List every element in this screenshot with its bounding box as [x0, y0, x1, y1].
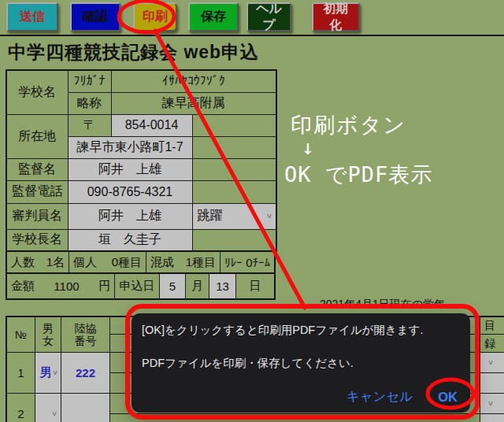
chevron-down-icon: ∨ [52, 368, 58, 376]
furigana-field[interactable]: ｲｻﾊﾔｺｳﾌｿﾞｸ [111, 70, 276, 92]
chevron-down-icon: ∨ [266, 212, 272, 220]
headcount-label: 人数 [11, 255, 35, 270]
chevron-down-icon: ∨ [51, 409, 57, 417]
month-unit-label: 月 [185, 274, 209, 298]
apply-date-label: 申込日 [114, 274, 159, 298]
apply-month-field[interactable]: 5 [159, 274, 185, 298]
judge-category-value: 跳躍 [198, 208, 223, 224]
principal-name-field[interactable]: 垣 久圭子 [68, 229, 192, 251]
postal-extra-cell [192, 114, 276, 136]
street-address-field[interactable]: 諫早市東小路町1-7 [68, 136, 192, 158]
assoc-header: 陸協 番号 [61, 317, 109, 353]
row1-sex-value: 男 [40, 365, 52, 380]
director-extra-cell [192, 158, 276, 180]
combined-label: 混成 [150, 255, 174, 270]
row1-event-select-2[interactable] [480, 373, 504, 393]
row2-assoc-field[interactable] [61, 394, 109, 422]
relay-label: ﾘﾚｰ [224, 256, 243, 269]
apply-day-field[interactable]: 13 [209, 274, 235, 298]
director-label: 監督名 [6, 158, 68, 180]
row1-assoc-value: 222 [76, 366, 95, 379]
row1-no: 1 [7, 353, 35, 394]
confirm-button[interactable]: 確認 [70, 2, 120, 31]
sex-header-line1: 男 [43, 322, 54, 335]
judge-label: 審判員名 [6, 203, 68, 229]
row1-sex-select[interactable]: 男 ∨ [35, 353, 61, 394]
street-extra-cell [192, 136, 276, 158]
fee-unit: 円 [98, 279, 110, 294]
save-button[interactable]: 保存 [188, 2, 239, 31]
page-title: 中学四種競技記録会 web申込 [8, 40, 259, 65]
furigana-label: ﾌﾘｶﾞﾅ [68, 70, 111, 92]
fee-label: 金額 [11, 279, 35, 294]
director-phone-label: 監督電話 [6, 180, 68, 203]
print-confirmation-dialog: [OK]をクリックすると印刷用PDFファイルが開きます. PDFファイルを印刷・… [132, 313, 470, 413]
send-button[interactable]: 送信 [6, 2, 58, 31]
row2-event-select-2[interactable] [480, 414, 504, 422]
event-header-top: 目 [480, 317, 504, 335]
judge-category-select[interactable]: 跳躍 ∨ [192, 203, 276, 229]
headcount-value: 1名 [46, 255, 65, 270]
counts-row: 人数 1名 個人 0種目 混成 1種目 ﾘﾚｰ 0ﾁｰﾑ [6, 252, 276, 274]
principal-extra-cell [192, 229, 276, 251]
fee-cell: 金額 1100 円 [7, 274, 114, 298]
principal-label: 学校長名 [6, 229, 68, 251]
event-header-bottom: 録 [480, 335, 504, 352]
dialog-cancel-button[interactable]: キャンセル [346, 388, 413, 405]
annotation-down-arrow-icon: ↓ [302, 135, 314, 159]
help-button[interactable]: ヘルプ [246, 2, 291, 31]
school-name-label: 学校名 [6, 70, 68, 114]
row2-event-select-1[interactable]: ∨ [480, 394, 504, 414]
row1-event-select-1[interactable]: ∨ [480, 353, 504, 373]
abbreviation-field[interactable]: 諫早高附属 [111, 92, 276, 114]
dialog-message-2: PDFファイルを印刷・保存してください. [142, 356, 354, 371]
individual-label: 個人 [73, 255, 97, 270]
combined-value: 1種目 [186, 255, 216, 270]
address-label: 所在地 [6, 114, 68, 158]
day-unit-label: 日 [235, 274, 274, 298]
director-name-field[interactable]: 阿井 上雄 [68, 158, 192, 180]
initialize-button[interactable]: 初期化 [312, 2, 360, 31]
row2-sex-select[interactable]: ∨ [35, 394, 61, 422]
sex-header-line2: 女 [43, 335, 54, 347]
row2-no: 2 [7, 394, 35, 422]
headcount-cell: 人数 1名 [7, 252, 69, 272]
individual-events-cell: 個人 0種目 [69, 252, 146, 272]
column-no: № 1 2 [7, 317, 35, 422]
postal-mark: 〒 [68, 114, 111, 136]
chevron-down-icon: ∨ [487, 399, 494, 407]
dialog-buttons: キャンセル OK [346, 388, 458, 405]
sex-header: 男 女 [35, 317, 61, 353]
column-assoc-number: 陸協 番号 222 [61, 317, 109, 422]
annotation-pdf-text: OK でPDF表示 [284, 161, 432, 189]
assoc-header-line1: 陸協 [75, 322, 97, 335]
assoc-header-line2: 番号 [75, 335, 97, 347]
chevron-down-icon: ∨ [487, 358, 494, 366]
column-sex: 男 女 男 ∨ ∨ [35, 317, 61, 422]
individual-value: 0種目 [112, 255, 142, 270]
judge-name-field[interactable]: 阿井 上雄 [68, 203, 192, 229]
row2-name-bottom-cell[interactable] [110, 414, 480, 422]
no-header: № [7, 317, 35, 353]
relay-value: 0ﾁｰﾑ [246, 256, 270, 269]
postal-code-field[interactable]: 854-0014 [111, 114, 192, 136]
toolbar: 送信 確認 印刷 保存 ヘルプ 初期化 [6, 2, 360, 31]
application-form-table: 学校名 ﾌﾘｶﾞﾅ ｲｻﾊﾔｺｳﾌｿﾞｸ 略称 諫早高附属 所在地 〒 854-… [6, 69, 277, 252]
toolbar-separator [0, 35, 504, 36]
column-event: 目 録 ∨ ∨ [480, 317, 504, 422]
director-phone-field[interactable]: 090-8765-4321 [68, 180, 192, 203]
combined-events-cell: 混成 1種目 [146, 252, 220, 272]
fee-date-row: 金額 1100 円 申込日 5 月 13 日 [6, 274, 276, 300]
phone-extra-cell [192, 180, 276, 203]
dialog-message-1: [OK]をクリックすると印刷用PDFファイルが開きます. [142, 323, 423, 338]
web-entry-app: { "toolbar": { "buttons": [ {"label": "送… [0, 0, 504, 422]
row1-assoc-field[interactable]: 222 [61, 353, 109, 394]
relay-teams-cell: ﾘﾚｰ 0ﾁｰﾑ [220, 252, 274, 272]
application-form: 学校名 ﾌﾘｶﾞﾅ ｲｻﾊﾔｺｳﾌｿﾞｸ 略称 諫早高附属 所在地 〒 854-… [6, 69, 276, 300]
print-button[interactable]: 印刷 [133, 2, 177, 31]
dialog-ok-button[interactable]: OK [438, 390, 458, 405]
fee-amount: 1100 [54, 279, 79, 293]
grade-note-partial: 2021年4月1日現在の学年 [320, 298, 493, 306]
abbreviation-label: 略称 [68, 92, 111, 114]
